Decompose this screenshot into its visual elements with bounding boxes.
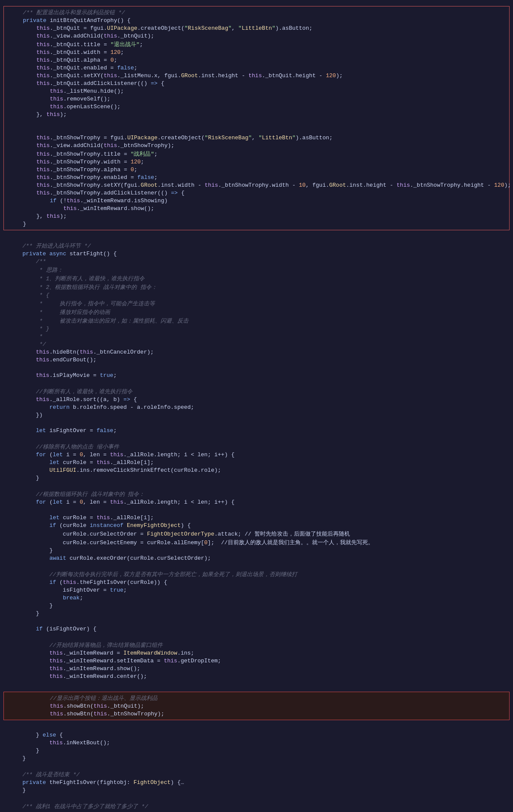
code-line: * 被攻击对象做出的应对，如：属性损耗、闪避、反击 bbox=[3, 317, 510, 325]
code-line: private async startFight() { bbox=[3, 250, 510, 258]
code-line: //判断所有人，谁最快，谁先执行指令 bbox=[3, 387, 510, 396]
code-line: /** bbox=[3, 258, 510, 266]
code-line bbox=[3, 618, 510, 625]
code-line bbox=[3, 794, 510, 802]
code-line: private initBtnQuitAndTrophy() { bbox=[4, 17, 509, 25]
code-line: this._btnShowTrophy.enabled = false; bbox=[4, 174, 509, 182]
code-line: * 执行指令，指令中，可能会产生连击等 bbox=[3, 299, 510, 308]
code-line: this._btnQuit.enabled = false; bbox=[4, 64, 509, 72]
code-line: UtilFGUI.ins.removeClickShrinkEffect(cur… bbox=[3, 467, 510, 474]
code-line: } bbox=[3, 547, 510, 555]
code-line: this.removeSelf(); bbox=[4, 95, 509, 103]
code-line: this.hideBtn(this._btnCancelOrder); bbox=[3, 348, 510, 356]
code-line: for (let i = 0, len = this._allRole.leng… bbox=[3, 498, 510, 506]
code-line: /** 配置退出战斗和显示战利品按钮 */ bbox=[4, 8, 509, 17]
code-line: } bbox=[3, 787, 510, 794]
code-line: //根据数组循环执行 战斗对象中的 指令： bbox=[3, 490, 510, 498]
code-line: } bbox=[3, 610, 510, 618]
code-line: } bbox=[3, 602, 510, 610]
code-line bbox=[3, 633, 510, 641]
code-line: /** 战斗是否结束 */ bbox=[3, 770, 510, 779]
code-line: this._btnQuit.title = "退出战斗"; bbox=[4, 40, 509, 49]
code-line: if (this.theFightIsOver(curRole)) { bbox=[3, 579, 510, 586]
code-line: this._winItemReward.setItemData = this.g… bbox=[3, 657, 510, 665]
code-line: } else { bbox=[3, 731, 510, 739]
code-line: this._winItemReward.show(); bbox=[4, 205, 509, 213]
code-line: this.isPlayMovie = true; bbox=[3, 372, 510, 379]
code-line: this.endCurBout(); bbox=[3, 356, 510, 364]
code-line: this._btnShowTrophy.width = 120; bbox=[4, 158, 509, 166]
code-line: * 思路： bbox=[3, 266, 510, 274]
code-line: * { bbox=[3, 292, 510, 299]
code-line bbox=[3, 562, 510, 570]
code-line: curRole.curSelectEnemy = curRole.allEnem… bbox=[3, 538, 510, 547]
code-line bbox=[3, 435, 510, 442]
code-line: let curRole = this._allRole[i]; bbox=[3, 514, 510, 522]
code-line: * 2、根据数组循环执行 战斗对象中的 指令： bbox=[3, 283, 510, 292]
code-line: * 播放对应指令的动画 bbox=[3, 308, 510, 317]
code-line: this._btnQuit.width = 120; bbox=[4, 49, 509, 56]
code-line: this.showBtn(this._btnQuit); bbox=[4, 702, 509, 710]
code-line: let curRole = this._allRole[i]; bbox=[3, 459, 510, 467]
code-line: this._btnShowTrophy = fgui.UIPackage.cre… bbox=[4, 134, 509, 142]
code-line: * } bbox=[3, 325, 510, 333]
code-line: //移除所有人物的点击 缩小事件 bbox=[3, 442, 510, 451]
code-line: isFightOver = true; bbox=[3, 586, 510, 594]
code-line: this._winItemReward.show(); bbox=[3, 665, 510, 673]
code-line: this.inNextBout(); bbox=[3, 739, 510, 747]
code-line: this._btnQuit.setXY(this._listMenu.x, fg… bbox=[4, 72, 509, 80]
code-line: }, this); bbox=[4, 213, 509, 220]
code-line: } bbox=[3, 747, 510, 755]
code-line: for (let i = 0, len = this._allRole.leng… bbox=[3, 451, 510, 459]
code-line: this._btnQuit.alpha = 0; bbox=[4, 56, 509, 64]
code-line bbox=[3, 234, 510, 241]
code-line: this._btnQuit.addClickListener(() => { bbox=[4, 80, 509, 88]
code-line: this._winItemReward = ItemRewardWindow.i… bbox=[3, 649, 510, 657]
code-editor: /** 配置退出战斗和显示战利品按钮 */private initBtnQuit… bbox=[0, 0, 513, 812]
code-line bbox=[3, 364, 510, 372]
code-line: //判断每次指令执行完毕后，双方是否有其中一方全部死亡，如果全死了，则退出场景，… bbox=[3, 570, 510, 579]
code-line bbox=[3, 482, 510, 490]
code-line: if (!this._winItemReward.isShowing) bbox=[4, 197, 509, 205]
code-line: this.openLastScene(); bbox=[4, 103, 509, 111]
code-line: this._btnQuit = fgui.UIPackage.createObj… bbox=[4, 25, 509, 32]
code-line: return b.roleInfo.speed - a.roleInfo.spe… bbox=[3, 404, 510, 411]
code-line bbox=[4, 119, 509, 126]
code-line: break; bbox=[3, 594, 510, 602]
code-line: this._winItemReward.center(); bbox=[3, 673, 510, 680]
code-line: if (isFightOver) { bbox=[3, 625, 510, 633]
code-line: //显示出两个按钮：退出战斗、显示战利品 bbox=[4, 694, 509, 702]
section-3-highlighted: //显示出两个按钮：退出战斗、显示战利品 this.showBtn(this._… bbox=[3, 692, 510, 720]
code-line bbox=[3, 379, 510, 387]
code-line bbox=[3, 724, 510, 731]
section-2: /** 开始进入战斗环节 */private async startFight(… bbox=[3, 232, 510, 690]
code-line: await curRole.execOrder(curRole.curSelec… bbox=[3, 555, 510, 562]
code-line: */ bbox=[3, 341, 510, 348]
code-line: } bbox=[3, 474, 510, 482]
code-line: * 1、判断所有人，谁最快，谁先执行指令 bbox=[3, 274, 510, 283]
code-line: this._btnShowTrophy.setXY(fgui.GRoot.ins… bbox=[4, 182, 509, 189]
code-line: this.showBtn(this._btnShowTrophy); bbox=[4, 710, 509, 718]
code-line: } bbox=[4, 220, 509, 228]
code-line: } bbox=[3, 755, 510, 762]
code-line bbox=[3, 762, 510, 770]
code-line: /** 战利1 在战斗中占了多少了就给了多少了 */ bbox=[3, 802, 510, 811]
code-line: this._view.addChild(this._btnShowTrophy)… bbox=[4, 142, 509, 150]
code-line: if (curRole instanceof EnemyFightObject)… bbox=[3, 522, 510, 530]
code-line: this._view.addChild(this._btnQuit); bbox=[4, 32, 509, 40]
code-line: }) bbox=[3, 411, 510, 419]
code-line: }, this); bbox=[4, 111, 509, 119]
section-1: /** 配置退出战斗和显示战利品按钮 */private initBtnQuit… bbox=[3, 6, 510, 230]
code-line: private theFightIsOver(fightobj: FightOb… bbox=[3, 779, 510, 787]
code-line: /** 开始进入战斗环节 */ bbox=[3, 241, 510, 250]
code-line bbox=[4, 126, 509, 134]
code-line: let isFightOver = false; bbox=[3, 427, 510, 435]
code-line: //开始结算掉落物品，弹出结算物品窗口组件 bbox=[3, 641, 510, 649]
code-line: this._allRole.sort((a, b) => { bbox=[3, 396, 510, 404]
code-line bbox=[3, 680, 510, 688]
section-4: } else { this.inNextBout(); }}/** 战斗是否结束… bbox=[3, 722, 510, 812]
code-line: this._btnShowTrophy.title = "战利品"; bbox=[4, 150, 509, 158]
code-line: this._btnShowTrophy.alpha = 0; bbox=[4, 166, 509, 174]
code-line: this._listMenu.hide(); bbox=[4, 88, 509, 95]
code-line: * bbox=[3, 333, 510, 341]
